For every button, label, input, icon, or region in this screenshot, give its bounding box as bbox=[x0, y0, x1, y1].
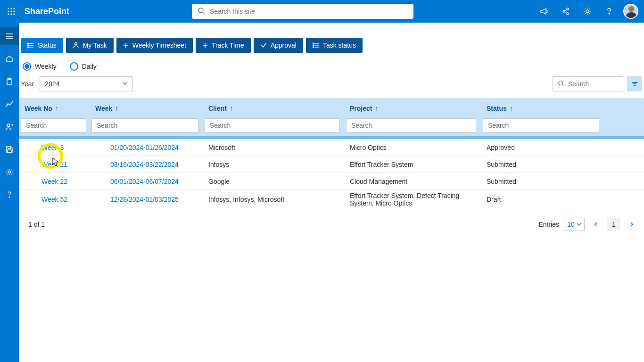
brand-title[interactable]: SharePoint bbox=[25, 7, 69, 16]
svg-point-17 bbox=[609, 13, 610, 14]
tab-weekly-timesheet[interactable]: Weekly Timesheet bbox=[116, 38, 193, 53]
megaphone-button[interactable] bbox=[534, 0, 554, 23]
nav-clipboard[interactable] bbox=[0, 73, 19, 90]
weekno-link[interactable]: Week 11 bbox=[19, 161, 90, 168]
year-dropdown[interactable]: 2024 bbox=[40, 76, 133, 91]
week-link[interactable]: 12/28/2024-01/03/2025 bbox=[90, 196, 203, 203]
site-search[interactable] bbox=[192, 4, 413, 19]
filter-week[interactable] bbox=[91, 118, 198, 132]
filter-toggle-button[interactable] bbox=[627, 76, 642, 91]
nav-analytics[interactable] bbox=[0, 95, 19, 113]
entries-label: Entries bbox=[538, 221, 559, 228]
weekno-link[interactable]: Week 52 bbox=[19, 196, 90, 203]
tab-status[interactable]: Status bbox=[21, 38, 63, 53]
col-status[interactable]: Status↑ bbox=[481, 105, 603, 112]
weekno-link[interactable]: Week 22 bbox=[19, 178, 90, 185]
settings-button[interactable] bbox=[577, 0, 598, 23]
col-weekno[interactable]: Week No↑ bbox=[19, 105, 90, 112]
site-search-input[interactable] bbox=[210, 8, 408, 15]
col-client[interactable]: Client↑ bbox=[203, 105, 344, 112]
sort-asc-icon: ↑ bbox=[375, 105, 378, 112]
cell-status: Approved bbox=[481, 144, 603, 151]
help-button[interactable] bbox=[599, 0, 619, 23]
svg-point-16 bbox=[586, 10, 589, 13]
cell-project: Micro Optics bbox=[344, 144, 481, 151]
radio-weekly[interactable]: Weekly bbox=[23, 62, 57, 71]
list-icon bbox=[313, 42, 319, 49]
filter-icon bbox=[631, 80, 638, 88]
week-link[interactable]: 06/01/2024-06/07/2024 bbox=[90, 178, 203, 185]
person-icon bbox=[73, 42, 79, 49]
nav-settings[interactable] bbox=[0, 163, 19, 181]
col-label: Client bbox=[208, 105, 227, 112]
week-link[interactable]: 01/20/2024-01/26/2024 bbox=[90, 144, 203, 151]
tab-task-status[interactable]: Task status bbox=[306, 38, 363, 53]
page-info: 1 of 1 bbox=[25, 221, 45, 228]
tab-my-task[interactable]: My Task bbox=[66, 38, 114, 53]
svg-line-10 bbox=[203, 12, 205, 14]
filter-client[interactable] bbox=[205, 118, 339, 132]
col-label: Status bbox=[487, 105, 507, 112]
radio-mark-icon bbox=[70, 62, 78, 71]
filter-status[interactable] bbox=[483, 118, 599, 132]
svg-point-1 bbox=[10, 8, 12, 9]
table-row: Week 3 01/20/2024-01/26/2024 Microsoft M… bbox=[19, 139, 644, 156]
tab-track-time[interactable]: Track Time bbox=[196, 38, 251, 53]
svg-point-34 bbox=[28, 45, 29, 46]
grid-filter-row bbox=[19, 118, 644, 136]
tab-approval[interactable]: Approval bbox=[254, 38, 303, 53]
account-button[interactable] bbox=[620, 0, 641, 23]
svg-line-48 bbox=[562, 84, 564, 86]
tab-label: Approval bbox=[271, 41, 297, 49]
chevron-right-icon bbox=[629, 222, 635, 227]
nav-menu[interactable] bbox=[0, 27, 19, 45]
page-number[interactable]: 1 bbox=[607, 218, 620, 231]
filter-weekno[interactable] bbox=[21, 118, 86, 132]
period-filter: Weekly Daily bbox=[23, 62, 644, 71]
user-plus-icon bbox=[5, 123, 14, 131]
cell-client: Infosys, Infosys, Microsoft bbox=[203, 196, 344, 203]
page-prev-button[interactable] bbox=[589, 218, 603, 231]
col-label: Week bbox=[95, 105, 112, 112]
share-button[interactable] bbox=[555, 0, 576, 23]
col-week[interactable]: Week↑ bbox=[90, 105, 203, 112]
svg-point-45 bbox=[313, 45, 314, 46]
app-launcher-button[interactable] bbox=[0, 0, 23, 23]
svg-point-4 bbox=[10, 10, 12, 12]
svg-point-12 bbox=[567, 8, 569, 10]
tab-label: Weekly Timesheet bbox=[132, 41, 186, 49]
check-icon bbox=[260, 42, 267, 49]
sort-asc-icon: ↑ bbox=[115, 105, 118, 112]
col-project[interactable]: Project↑ bbox=[344, 105, 481, 112]
cell-project: Cloud Management bbox=[344, 178, 481, 185]
page-size-dropdown[interactable]: 10 bbox=[564, 218, 585, 231]
svg-point-8 bbox=[13, 13, 15, 15]
nav-home[interactable] bbox=[0, 50, 19, 68]
svg-point-9 bbox=[198, 8, 203, 13]
grid-header: Week No↑ Week↑ Client↑ Project↑ Status↑ bbox=[19, 99, 644, 118]
grid-search[interactable] bbox=[553, 76, 623, 91]
help-icon bbox=[604, 7, 614, 16]
svg-point-29 bbox=[9, 197, 10, 197]
page-size-value: 10 bbox=[567, 221, 575, 228]
nav-save[interactable] bbox=[0, 140, 19, 158]
list-icon bbox=[27, 42, 34, 49]
svg-point-11 bbox=[563, 10, 565, 12]
left-nav bbox=[0, 23, 19, 362]
svg-point-47 bbox=[559, 81, 563, 85]
svg-point-33 bbox=[28, 43, 29, 44]
svg-rect-26 bbox=[8, 147, 11, 148]
nav-people[interactable] bbox=[0, 118, 19, 136]
avatar bbox=[623, 4, 638, 19]
tab-label: Status bbox=[38, 41, 57, 49]
page-next-button[interactable] bbox=[625, 218, 638, 231]
home-icon bbox=[5, 55, 14, 63]
nav-help[interactable] bbox=[0, 186, 19, 204]
svg-point-36 bbox=[74, 43, 77, 45]
week-link[interactable]: 03/16/2024-03/22/2024 bbox=[90, 161, 203, 168]
filter-project[interactable] bbox=[346, 118, 476, 132]
help-icon bbox=[5, 190, 14, 199]
weekno-link[interactable]: Week 3 bbox=[19, 144, 90, 151]
chevron-left-icon bbox=[593, 222, 599, 227]
radio-daily[interactable]: Daily bbox=[70, 62, 97, 71]
